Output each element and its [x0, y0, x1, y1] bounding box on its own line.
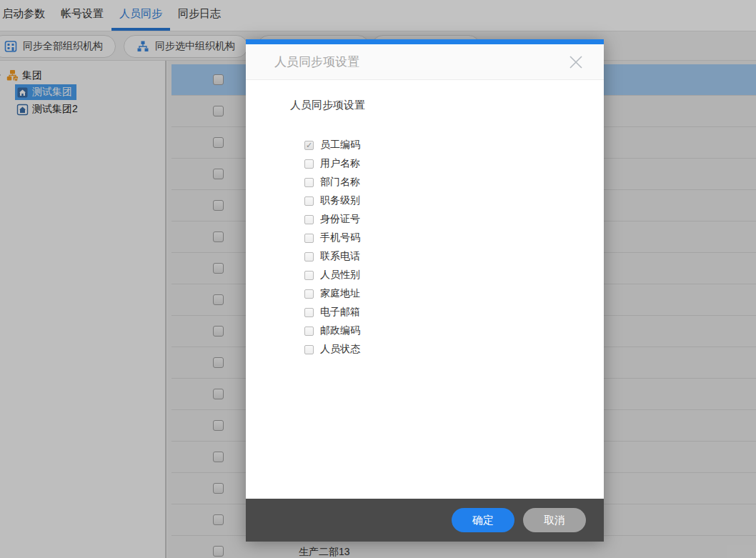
- dialog-footer: 确定 取消: [246, 499, 604, 542]
- checkbox-unchecked[interactable]: [304, 327, 314, 336]
- close-icon[interactable]: [567, 53, 585, 71]
- checkbox-unchecked[interactable]: [304, 215, 314, 224]
- checkbox-unchecked[interactable]: [304, 159, 314, 169]
- checkbox-unchecked[interactable]: [304, 308, 314, 317]
- checkbox-unchecked[interactable]: [304, 234, 314, 243]
- sync-settings-dialog: 人员同步项设置 人员同步项设置 员工编码用户名称部门名称职务级别身份证号手机号码…: [246, 39, 604, 542]
- checkbox-unchecked[interactable]: [304, 178, 314, 187]
- sync-option: 员工编码: [304, 136, 604, 154]
- sync-option: 家庭地址: [304, 284, 604, 303]
- sync-option: 联系电话: [304, 247, 604, 266]
- sync-option: 部门名称: [304, 173, 604, 191]
- checkbox-unchecked[interactable]: [304, 196, 314, 206]
- sync-option-label: 员工编码: [320, 139, 360, 151]
- sync-option: 人员状态: [304, 340, 604, 359]
- sync-options-list: 员工编码用户名称部门名称职务级别身份证号手机号码联系电话人员性别家庭地址电子邮箱…: [290, 136, 604, 359]
- sync-option-label: 手机号码: [320, 231, 360, 244]
- sync-option: 邮政编码: [304, 322, 604, 340]
- sync-option-label: 人员状态: [320, 343, 360, 356]
- confirm-button[interactable]: 确定: [452, 508, 514, 532]
- dialog-accent-bar: [246, 39, 604, 44]
- sync-option-label: 联系电话: [320, 250, 360, 263]
- dialog-header: 人员同步项设置: [246, 44, 604, 80]
- dialog-body: 人员同步项设置 员工编码用户名称部门名称职务级别身份证号手机号码联系电话人员性别…: [246, 80, 604, 359]
- sync-option-label: 邮政编码: [320, 324, 360, 337]
- checkbox-unchecked[interactable]: [304, 289, 314, 299]
- checkbox-unchecked[interactable]: [304, 252, 314, 261]
- checkbox-checked[interactable]: [304, 141, 314, 150]
- sync-option-label: 部门名称: [320, 176, 360, 189]
- sync-option: 人员性别: [304, 266, 604, 284]
- sync-option-label: 职务级别: [320, 194, 360, 207]
- sync-option-label: 用户名称: [320, 157, 360, 170]
- checkbox-unchecked[interactable]: [304, 271, 314, 280]
- sync-option: 手机号码: [304, 229, 604, 247]
- dialog-title: 人员同步项设置: [274, 54, 567, 70]
- sync-option-label: 人员性别: [320, 269, 360, 282]
- sync-option-label: 身份证号: [320, 213, 360, 226]
- sync-option-label: 电子邮箱: [320, 306, 360, 319]
- sync-option: 身份证号: [304, 210, 604, 229]
- sync-option: 电子邮箱: [304, 303, 604, 322]
- sync-option: 用户名称: [304, 154, 604, 173]
- sync-option-label: 家庭地址: [320, 287, 360, 300]
- dialog-body-title: 人员同步项设置: [290, 99, 604, 112]
- checkbox-unchecked[interactable]: [304, 345, 314, 354]
- cancel-button[interactable]: 取消: [523, 508, 586, 532]
- sync-option: 职务级别: [304, 191, 604, 210]
